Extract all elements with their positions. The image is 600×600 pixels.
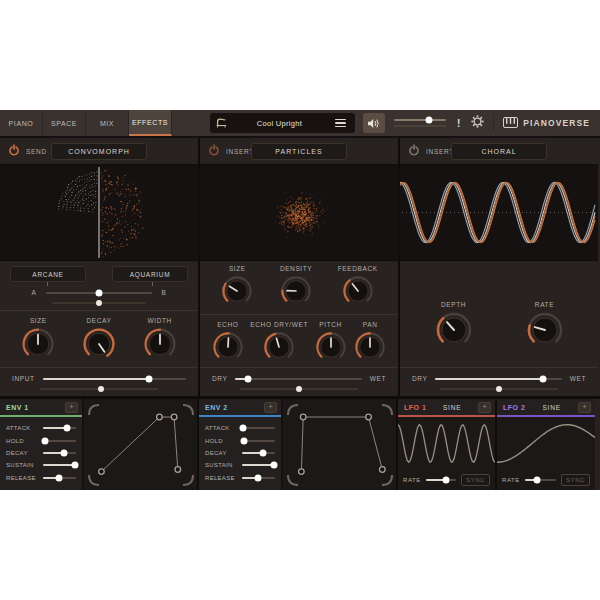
gear-icon[interactable]: [471, 115, 484, 131]
power-icon[interactable]: [8, 142, 20, 160]
tab-effects[interactable]: EFFECTS: [129, 110, 172, 136]
hamburger-menu-icon[interactable]: [331, 116, 350, 131]
knob-size[interactable]: SIZE: [220, 265, 254, 308]
volume-slider[interactable]: [394, 119, 446, 127]
env-1-sustain-slider[interactable]: [43, 464, 76, 466]
speaker-button[interactable]: [363, 113, 385, 133]
envelope-graph[interactable]: [283, 399, 396, 490]
mod-name: ENV 1: [6, 404, 29, 411]
slider-handle[interactable]: [533, 477, 540, 484]
env-2-decay-slider[interactable]: [242, 452, 275, 454]
preset-selector[interactable]: Cool Upright: [210, 113, 355, 133]
env-2-hold-slider[interactable]: [242, 440, 275, 442]
lfo-1-panel: LFO 1SINE+RATESYNC: [398, 399, 497, 490]
slider-handle[interactable]: [443, 477, 450, 484]
env-1-decay-slider[interactable]: [43, 452, 76, 454]
slider-handle[interactable]: [71, 462, 78, 469]
tab-bar: PIANOSPACEMIXEFFECTS: [0, 110, 172, 136]
mix-main-row: DRYWET: [212, 375, 386, 382]
slider-handle[interactable]: [259, 449, 266, 456]
lfo-1-rate-slider[interactable]: [426, 479, 456, 481]
knob-width[interactable]: WIDTH: [142, 317, 178, 362]
knob-density[interactable]: DENSITY: [279, 265, 313, 308]
knob-pan[interactable]: PAN: [353, 321, 387, 364]
knob-echo-dry-wet[interactable]: ECHO DRY/WET: [250, 321, 308, 364]
lfo-waveform-label[interactable]: SINE: [525, 404, 578, 411]
knob-size[interactable]: SIZE: [20, 317, 56, 362]
mix-slider[interactable]: [435, 378, 561, 380]
slider-handle[interactable]: [98, 386, 104, 392]
effect-header: SENDCONVOMORPH: [0, 138, 198, 164]
slider-handle[interactable]: [539, 375, 546, 382]
effect-name-button-particles[interactable]: PARTICLES: [251, 143, 347, 160]
impulse-a-button[interactable]: ARCANE: [10, 266, 86, 282]
lfo-waveform-label[interactable]: SINE: [426, 404, 478, 411]
slider-handle[interactable]: [254, 474, 261, 481]
slider-handle[interactable]: [55, 474, 62, 481]
effect-name-button-choral[interactable]: CHORAL: [451, 143, 547, 160]
slider-handle[interactable]: [270, 462, 277, 469]
knob-echo[interactable]: ECHO: [211, 321, 245, 364]
mix-slider-secondary[interactable]: [40, 388, 158, 390]
slider-handle[interactable]: [496, 386, 502, 392]
convolution-morph-visualizer[interactable]: [0, 165, 198, 260]
power-icon[interactable]: [408, 142, 420, 160]
slider-handle[interactable]: [240, 425, 247, 432]
knob-label: PAN: [363, 321, 378, 328]
slider-handle[interactable]: [60, 449, 67, 456]
slider-handle[interactable]: [96, 289, 103, 296]
knob-depth[interactable]: DEPTH: [434, 301, 474, 350]
mix-slider[interactable]: [235, 378, 361, 380]
knob-decay[interactable]: DECAY: [81, 317, 117, 362]
slider-handle[interactable]: [296, 386, 302, 392]
sync-button[interactable]: SYNC: [561, 474, 590, 486]
envelope-graph[interactable]: [84, 399, 197, 490]
add-modulation-button[interactable]: +: [578, 402, 591, 413]
alert-button[interactable]: !: [455, 118, 462, 129]
knob-label: ECHO DRY/WET: [250, 321, 308, 328]
volume-handle[interactable]: [426, 117, 433, 124]
add-modulation-button[interactable]: +: [478, 402, 491, 413]
volume-track-secondary: [394, 125, 446, 127]
slider-handle[interactable]: [64, 425, 71, 432]
tab-mix[interactable]: MIX: [86, 110, 129, 136]
lfo-2-rate-slider[interactable]: [525, 479, 556, 481]
impulse-buttons-row: ARCANEAQUARIUM: [0, 261, 198, 282]
add-modulation-button[interactable]: +: [65, 402, 78, 413]
mod-slider-label: HOLD: [6, 438, 39, 444]
mix-slider-secondary[interactable]: [440, 388, 558, 390]
tab-piano[interactable]: PIANO: [0, 110, 43, 136]
knob-pitch[interactable]: PITCH: [314, 321, 348, 364]
slider-handle[interactable]: [96, 300, 102, 306]
slider-handle[interactable]: [240, 437, 247, 444]
mix-left-label: DRY: [412, 375, 427, 382]
env-2-release-slider[interactable]: [242, 477, 275, 479]
knob-feedback[interactable]: FEEDBACK: [338, 265, 378, 308]
lfo-2-panel: LFO 2SINE+RATESYNC: [497, 399, 595, 490]
route-label: SEND: [26, 148, 47, 155]
morph-slider-secondary[interactable]: [52, 302, 146, 304]
effect-name-button-convomorph[interactable]: CONVOMORPH: [51, 143, 147, 160]
slider-handle[interactable]: [245, 375, 252, 382]
slider-handle[interactable]: [145, 375, 152, 382]
env-1-hold-slider[interactable]: [43, 440, 76, 442]
sync-button[interactable]: SYNC: [461, 474, 490, 486]
impulse-b-button[interactable]: AQUARIUM: [112, 266, 188, 282]
add-modulation-button[interactable]: +: [264, 402, 277, 413]
env-2-attack-slider[interactable]: [242, 427, 275, 429]
tab-space[interactable]: SPACE: [43, 110, 86, 136]
morph-slider[interactable]: [46, 292, 152, 294]
mod-slider-row: SUSTAIN: [205, 462, 275, 468]
mix-slider[interactable]: [43, 378, 187, 380]
volume-track[interactable]: [394, 119, 446, 121]
env-1-attack-slider[interactable]: [43, 427, 76, 429]
env-1-release-slider[interactable]: [43, 477, 76, 479]
power-icon[interactable]: [208, 142, 220, 160]
env-2-sustain-slider[interactable]: [242, 464, 275, 466]
mix-slider-secondary[interactable]: [240, 388, 358, 390]
knob-label: PITCH: [319, 321, 342, 328]
knob-rate[interactable]: RATE: [525, 301, 565, 350]
env-controls: ENV 1+ATTACKHOLDDECAYSUSTAINRELEASE: [0, 399, 84, 490]
slider-handle[interactable]: [41, 437, 48, 444]
mod-slider-row: ATTACK: [205, 425, 275, 431]
